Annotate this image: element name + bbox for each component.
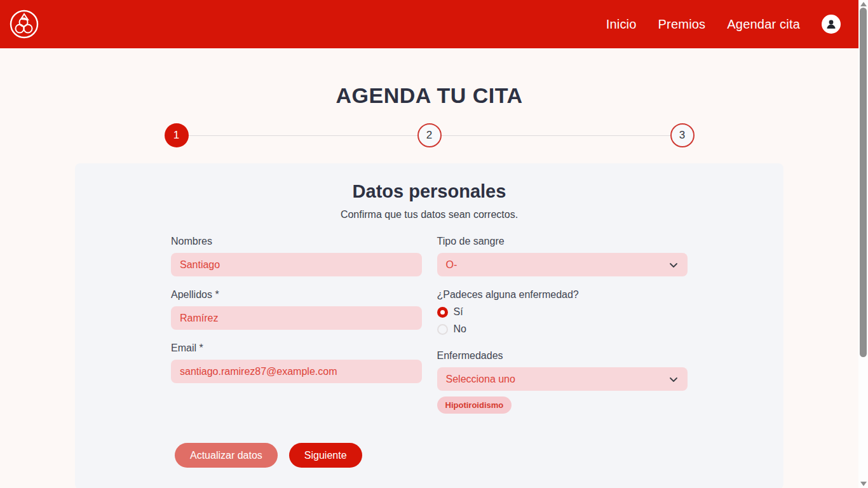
page-title: AGENDA TU CITA bbox=[0, 83, 858, 108]
email-label: Email * bbox=[171, 342, 422, 354]
nav-link-premios[interactable]: Premios bbox=[658, 17, 706, 32]
form-column-right: Tipo de sangre O- ¿Padeces alguna enferm… bbox=[437, 236, 688, 426]
tipo-sangre-value: O- bbox=[446, 259, 458, 271]
scrollbar-down-arrow[interactable] bbox=[860, 482, 867, 486]
enfermedades-label: Enfermedades bbox=[437, 350, 688, 362]
radio-option-no[interactable]: No bbox=[437, 323, 688, 335]
nombres-label: Nombres bbox=[171, 236, 422, 247]
nombres-input[interactable]: Santiago bbox=[171, 253, 422, 276]
radio-si-checked-icon[interactable] bbox=[437, 307, 448, 318]
step-connector bbox=[189, 135, 417, 136]
card-subtitle: Confirma que tus datos sean correctos. bbox=[171, 209, 688, 220]
field-tipo-sangre: Tipo de sangre O- bbox=[437, 236, 688, 276]
field-enfermedad-pregunta: ¿Padeces alguna enfermedad? Sí No bbox=[437, 289, 688, 335]
nav-links: Inicio Premios Agendar cita bbox=[606, 15, 841, 34]
radio-no-label: No bbox=[454, 323, 466, 335]
form-actions: Actualizar datos Siguiente bbox=[175, 443, 688, 468]
card-title: Datos personales bbox=[171, 181, 688, 202]
form-column-left: Nombres Santiago Apellidos * Ramírez Ema… bbox=[171, 236, 422, 426]
personal-data-card: Datos personales Confirma que tus datos … bbox=[75, 163, 783, 488]
stepper: 1 2 3 bbox=[165, 123, 695, 147]
actualizar-datos-button[interactable]: Actualizar datos bbox=[175, 443, 278, 468]
top-navbar: Inicio Premios Agendar cita bbox=[0, 0, 858, 48]
radio-option-si[interactable]: Sí bbox=[437, 306, 688, 318]
nav-link-inicio[interactable]: Inicio bbox=[606, 17, 637, 32]
apellidos-label: Apellidos * bbox=[171, 289, 422, 301]
step-2-indicator[interactable]: 2 bbox=[417, 123, 442, 147]
radio-si-label: Sí bbox=[454, 306, 463, 318]
disease-chip[interactable]: Hipotiroidismo bbox=[437, 396, 512, 414]
enfermedades-select[interactable]: Selecciona uno bbox=[437, 367, 688, 391]
chevron-down-icon bbox=[668, 260, 679, 270]
radio-no-unchecked-icon[interactable] bbox=[437, 324, 448, 335]
field-enfermedades: Enfermedades Selecciona uno Hipotiroidis… bbox=[437, 350, 688, 414]
step-3-indicator[interactable]: 3 bbox=[670, 123, 695, 147]
logo-icon bbox=[9, 9, 39, 39]
apellidos-input[interactable]: Ramírez bbox=[171, 306, 422, 330]
field-nombres: Nombres Santiago bbox=[171, 236, 422, 276]
step-connector bbox=[442, 135, 670, 136]
nav-link-agendar-cita[interactable]: Agendar cita bbox=[727, 17, 800, 32]
selected-disease-chips: Hipotiroidismo bbox=[437, 396, 688, 414]
enfermedades-placeholder: Selecciona uno bbox=[446, 374, 515, 385]
chevron-down-icon bbox=[668, 374, 679, 384]
enfermedad-radio-group: Sí No bbox=[437, 306, 688, 335]
personal-data-form: Nombres Santiago Apellidos * Ramírez Ema… bbox=[171, 236, 688, 426]
user-avatar-button[interactable] bbox=[822, 15, 841, 34]
tipo-sangre-label: Tipo de sangre bbox=[437, 236, 688, 247]
siguiente-button[interactable]: Siguiente bbox=[289, 443, 362, 468]
field-email: Email * santiago.ramirez87@example.com bbox=[171, 342, 422, 383]
person-icon bbox=[825, 18, 837, 30]
step-1-indicator[interactable]: 1 bbox=[165, 123, 189, 147]
tipo-sangre-select[interactable]: O- bbox=[437, 253, 688, 276]
brand-logo[interactable] bbox=[9, 9, 39, 39]
scrollbar-up-arrow[interactable] bbox=[860, 2, 867, 6]
field-apellidos: Apellidos * Ramírez bbox=[171, 289, 422, 330]
scrollbar-thumb[interactable] bbox=[860, 8, 867, 357]
email-input[interactable]: santiago.ramirez87@example.com bbox=[171, 360, 422, 383]
enfermedad-pregunta-label: ¿Padeces alguna enfermedad? bbox=[437, 289, 688, 301]
vertical-scrollbar[interactable] bbox=[858, 0, 868, 488]
page: Inicio Premios Agendar cita AGENDA TU CI… bbox=[0, 0, 868, 488]
